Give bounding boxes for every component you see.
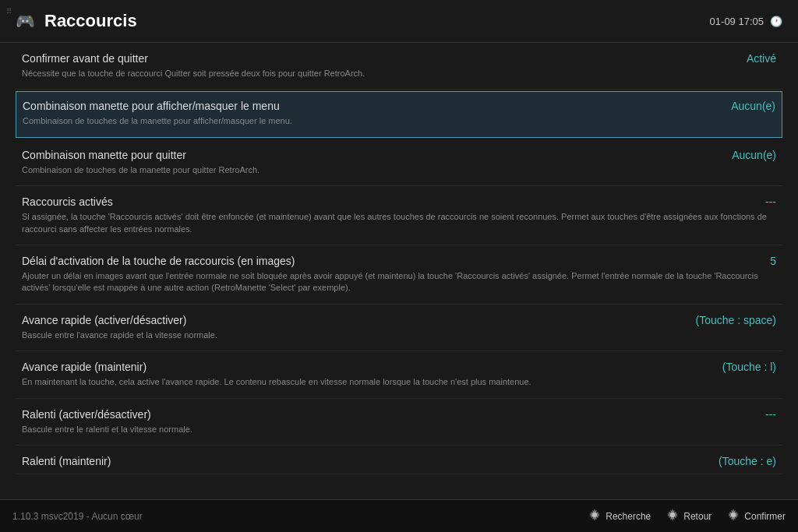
- header-datetime: 01-09 17:05: [710, 16, 764, 27]
- setting-main-hotkey-delay: Délai d'activation de la touche de racco…: [22, 255, 776, 267]
- setting-desc-slowmo-toggle: Bascule entre le ralenti et la vitesse n…: [22, 424, 776, 442]
- setting-main-combo-quit: Combinaison manette pour quitterAucun(e): [22, 149, 776, 161]
- setting-row-combo-quit[interactable]: Combinaison manette pour quitterAucun(e)…: [16, 139, 782, 186]
- setting-desc-hotkey-delay: Ajouter un délai en images avant que l'e…: [22, 270, 776, 301]
- setting-desc-combo-menu: Combinaison de touches de la manette pou…: [23, 115, 775, 133]
- setting-value-slowmo-toggle: ---: [765, 408, 776, 421]
- setting-main-combo-menu: Combinaison manette pour afficher/masque…: [23, 100, 775, 112]
- page-header: 🎮 Raccourcis 01-09 17:05 🕐: [0, 0, 798, 43]
- setting-row-fast-forward-toggle[interactable]: Avance rapide (activer/désactiver)(Touch…: [16, 305, 782, 351]
- action-label-recherche: Recherche: [606, 511, 651, 522]
- settings-list: Confirmer avant de quitterActivéNécessit…: [0, 43, 798, 499]
- setting-value-hotkey-enable: ---: [765, 196, 776, 208]
- action-icon-recherche: [588, 509, 601, 524]
- setting-label-fast-forward-toggle: Avance rapide (activer/désactiver): [22, 314, 186, 326]
- setting-label-fast-forward-hold: Avance rapide (maintenir): [22, 361, 147, 373]
- setting-label-combo-quit: Combinaison manette pour quitter: [22, 149, 186, 161]
- setting-main-slowmo-hold: Ralenti (maintenir)(Touche : e): [22, 455, 776, 467]
- setting-label-combo-menu: Combinaison manette pour afficher/masque…: [23, 100, 280, 112]
- drag-handle: ⠿: [6, 8, 12, 16]
- setting-desc-fast-forward-toggle: Bascule entre l'avance rapide et la vite…: [22, 329, 776, 347]
- setting-main-confirm-quit: Confirmer avant de quitterActivé: [22, 52, 776, 65]
- bottom-action-confirmer[interactable]: Confirmer: [727, 509, 786, 524]
- setting-label-slowmo-toggle: Ralenti (activer/désactiver): [22, 408, 151, 421]
- setting-row-combo-menu[interactable]: Combinaison manette pour afficher/masque…: [16, 91, 782, 137]
- bottom-bar: 1.10.3 msvc2019 - Aucun cœur Recherche R…: [0, 499, 798, 532]
- setting-main-fast-forward-hold: Avance rapide (maintenir)(Touche : l): [22, 361, 776, 373]
- setting-value-combo-quit: Aucun(e): [732, 149, 776, 161]
- action-label-confirmer: Confirmer: [744, 511, 786, 522]
- setting-desc-combo-quit: Combinaison de touches de la manette pou…: [22, 164, 776, 182]
- setting-main-fast-forward-toggle: Avance rapide (activer/désactiver)(Touch…: [22, 314, 776, 326]
- action-icon-retour: [666, 509, 679, 524]
- setting-desc-confirm-quit: Nécessite que la touche de raccourci Qui…: [22, 68, 776, 86]
- version-label: 1.10.3 msvc2019 - Aucun cœur: [12, 511, 143, 522]
- setting-row-slowmo-toggle[interactable]: Ralenti (activer/désactiver)---Bascule e…: [16, 399, 782, 446]
- page-icon: 🎮: [16, 12, 35, 30]
- setting-label-hotkey-delay: Délai d'activation de la touche de racco…: [22, 255, 295, 267]
- setting-value-combo-menu: Aucun(e): [731, 100, 775, 112]
- page-title: Raccourcis: [44, 11, 137, 31]
- setting-desc-fast-forward-hold: En maintenant la touche, cela active l'a…: [22, 376, 776, 394]
- bottom-actions: Recherche Retour Confirmer: [588, 509, 786, 524]
- setting-main-slowmo-toggle: Ralenti (activer/désactiver)---: [22, 408, 776, 421]
- setting-label-slowmo-hold: Ralenti (maintenir): [22, 455, 111, 467]
- setting-row-hotkey-enable[interactable]: Raccourcis activés---Si assignée, la tou…: [16, 186, 782, 245]
- setting-value-fast-forward-hold: (Touche : l): [722, 361, 776, 373]
- bottom-action-retour[interactable]: Retour: [666, 509, 711, 524]
- setting-main-hotkey-enable: Raccourcis activés---: [22, 196, 776, 208]
- setting-value-slowmo-hold: (Touche : e): [719, 455, 776, 467]
- setting-label-hotkey-enable: Raccourcis activés: [22, 196, 113, 208]
- action-icon-confirmer: [727, 509, 740, 524]
- setting-value-confirm-quit: Activé: [747, 52, 776, 65]
- setting-value-fast-forward-toggle: (Touche : space): [696, 314, 777, 326]
- setting-row-fast-forward-hold[interactable]: Avance rapide (maintenir)(Touche : l)En …: [16, 351, 782, 398]
- setting-value-hotkey-delay: 5: [770, 255, 776, 267]
- header-right: 01-09 17:05 🕐: [710, 16, 782, 27]
- setting-desc-hotkey-enable: Si assignée, la touche 'Raccourcis activ…: [22, 211, 776, 241]
- header-left: 🎮 Raccourcis: [16, 11, 137, 31]
- setting-row-confirm-quit[interactable]: Confirmer avant de quitterActivéNécessit…: [16, 43, 782, 90]
- setting-row-slowmo-hold[interactable]: Ralenti (maintenir)(Touche : e): [16, 446, 782, 474]
- action-label-retour: Retour: [683, 511, 711, 522]
- clock-icon: 🕐: [770, 16, 782, 27]
- bottom-action-recherche[interactable]: Recherche: [588, 509, 651, 524]
- setting-row-hotkey-delay[interactable]: Délai d'activation de la touche de racco…: [16, 245, 782, 305]
- setting-label-confirm-quit: Confirmer avant de quitter: [22, 52, 148, 65]
